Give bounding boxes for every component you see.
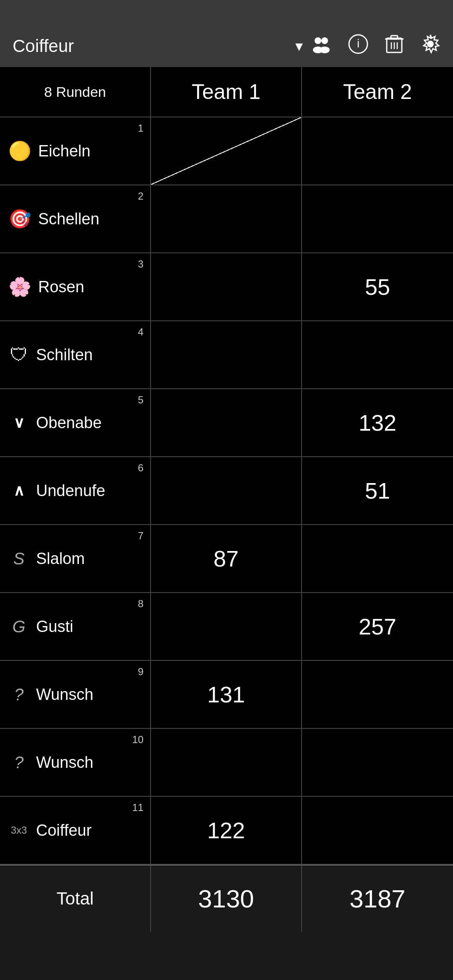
table-row: ? Wunsch 10 <box>0 729 453 797</box>
data-cell-eicheln-team2[interactable] <box>302 117 453 185</box>
row-label-text: Rosen <box>38 278 84 296</box>
row-number: 4 <box>138 326 143 338</box>
data-cell-obenabe-team2[interactable]: 132 <box>302 389 453 456</box>
row-label-text: Obenabe <box>36 414 102 432</box>
data-cell-gusti-team2[interactable]: 257 <box>302 593 453 660</box>
row-label-text: Gusti <box>36 618 73 636</box>
data-cell-obenabe-team1[interactable] <box>151 389 302 456</box>
row-number: 3 <box>138 258 143 270</box>
gusti-team2-value: 257 <box>359 613 396 639</box>
row-label-text: Slalom <box>36 550 85 568</box>
total-team1: 3130 <box>151 866 302 932</box>
data-cell-schellen-team1[interactable] <box>151 185 302 252</box>
slalom-icon: S <box>8 549 29 568</box>
row-label-text: Schellen <box>38 210 99 228</box>
status-bar <box>0 0 453 25</box>
data-cell-rosen-team2[interactable]: 55 <box>302 253 453 320</box>
undenufe-icon: ∧ <box>8 482 29 499</box>
schilten-icon: 🛡 <box>8 344 29 365</box>
slalom-team1-value: 87 <box>213 546 239 572</box>
table-row: 🟡 Eicheln 1 <box>0 117 453 185</box>
row-label-slalom: S Slalom 7 <box>0 525 151 592</box>
row-label-gusti: G Gusti 8 <box>0 593 151 660</box>
row-label-text: Schilten <box>36 346 93 364</box>
data-cell-coiffeur-team1[interactable]: 122 <box>151 797 302 864</box>
wunsch1-team1-value: 131 <box>207 681 245 707</box>
row-label-text: Wunsch <box>36 754 94 772</box>
row-label-eicheln: 🟡 Eicheln 1 <box>0 117 151 185</box>
row-label-text: Undenufe <box>36 482 105 500</box>
table-row: ∧ Undenufe 6 51 <box>0 457 453 525</box>
data-cell-schellen-team2[interactable] <box>302 185 453 252</box>
row-label-text: Wunsch <box>36 686 94 704</box>
row-label-schellen: 🎯 Schellen 2 <box>0 185 151 252</box>
toolbar: Coiffeur ▾ i <box>0 25 453 67</box>
row-label-coiffeur: 3x3 Coiffeur 11 <box>0 797 151 864</box>
table-row: ∨ Obenabe 5 132 <box>0 389 453 457</box>
group-icon[interactable] <box>311 34 331 58</box>
row-number: 9 <box>138 666 143 678</box>
settings-icon[interactable] <box>420 34 440 58</box>
row-number: 1 <box>138 122 143 134</box>
data-cell-schilten-team2[interactable] <box>302 321 453 388</box>
total-row: Total 3130 3187 <box>0 865 453 932</box>
table-header: 8 Runden Team 1 Team 2 <box>0 67 453 117</box>
gusti-icon: G <box>8 617 29 636</box>
data-cell-wunsch2-team2[interactable] <box>302 729 453 796</box>
row-label-wunsch1: ? Wunsch 9 <box>0 661 151 728</box>
info-icon[interactable]: i <box>348 34 368 58</box>
table-row: 🎯 Schellen 2 <box>0 185 453 253</box>
data-cell-undenufe-team1[interactable] <box>151 457 302 524</box>
obenabe-icon: ∨ <box>8 414 29 432</box>
row-label-text: Eicheln <box>38 142 91 160</box>
table-container: 8 Runden Team 1 Team 2 🟡 Eicheln 1 🎯 Sch… <box>0 67 453 932</box>
svg-point-12 <box>427 41 434 47</box>
data-cell-gusti-team1[interactable] <box>151 593 302 660</box>
delete-icon[interactable] <box>385 34 404 58</box>
svg-text:i: i <box>357 37 359 50</box>
data-cell-rosen-team1[interactable] <box>151 253 302 320</box>
header-team1[interactable]: Team 1 <box>151 67 302 117</box>
coiffeur-team1-value: 122 <box>207 817 245 843</box>
table-row: 3x3 Coiffeur 11 122 <box>0 797 453 865</box>
coiffeur-icon: 3x3 <box>8 824 29 836</box>
data-cell-wunsch1-team2[interactable] <box>302 661 453 728</box>
toolbar-icons: i <box>311 34 440 58</box>
row-label-rosen: 🌸 Rosen 3 <box>0 253 151 320</box>
data-cell-coiffeur-team2[interactable] <box>302 797 453 864</box>
data-cell-schilten-team1[interactable] <box>151 321 302 388</box>
row-number: 2 <box>138 190 143 202</box>
schellen-icon: 🎯 <box>8 208 31 230</box>
row-number: 7 <box>138 530 143 542</box>
svg-point-1 <box>321 37 328 44</box>
table-row: S Slalom 7 87 <box>0 525 453 593</box>
data-cell-undenufe-team2[interactable]: 51 <box>302 457 453 524</box>
undenufe-team2-value: 51 <box>365 478 390 504</box>
data-cell-wunsch2-team1[interactable] <box>151 729 302 796</box>
table-row: 🛡 Schilten 4 <box>0 321 453 389</box>
data-cell-eicheln-team1[interactable] <box>151 117 302 185</box>
total-team2: 3187 <box>302 866 453 932</box>
table-row: G Gusti 8 257 <box>0 593 453 661</box>
row-label-schilten: 🛡 Schilten 4 <box>0 321 151 388</box>
diagonal-line <box>151 117 301 185</box>
data-cell-slalom-team2[interactable] <box>302 525 453 592</box>
data-cell-wunsch1-team1[interactable]: 131 <box>151 661 302 728</box>
row-number: 8 <box>138 598 143 610</box>
dropdown-icon[interactable]: ▾ <box>295 37 303 55</box>
obenabe-team2-value: 132 <box>359 410 396 436</box>
row-label-text: Coiffeur <box>36 821 91 840</box>
toolbar-title: Coiffeur <box>13 36 287 56</box>
row-number: 11 <box>132 802 143 814</box>
data-cell-slalom-team1[interactable]: 87 <box>151 525 302 592</box>
row-label-wunsch2: ? Wunsch 10 <box>0 729 151 796</box>
svg-point-3 <box>320 47 330 53</box>
rosen-icon: 🌸 <box>8 276 31 298</box>
table-row: 🌸 Rosen 3 55 <box>0 253 453 321</box>
wunsch1-icon: ? <box>8 685 29 704</box>
row-number: 10 <box>132 734 143 746</box>
rosen-team2-value: 55 <box>365 274 390 300</box>
row-label-obenabe: ∨ Obenabe 5 <box>0 389 151 456</box>
row-label-undenufe: ∧ Undenufe 6 <box>0 457 151 524</box>
header-team2[interactable]: Team 2 <box>302 67 453 117</box>
